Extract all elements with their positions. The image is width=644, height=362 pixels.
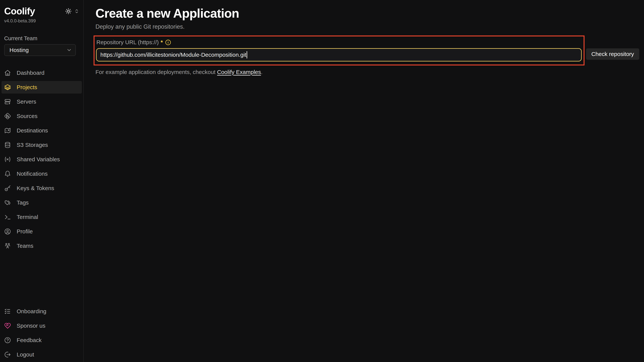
required-asterisk: * bbox=[160, 39, 163, 46]
sidebar-item-label: Keys & Tokens bbox=[17, 185, 54, 192]
chevrons-up-down-icon bbox=[74, 9, 79, 14]
bell-icon bbox=[4, 170, 11, 177]
logout-icon bbox=[4, 351, 11, 358]
checklist-icon bbox=[4, 308, 11, 315]
page-subtitle: Deploy any public Git repositories. bbox=[96, 23, 644, 30]
sidebar-nav: Dashboard Projects Servers Sources Desti… bbox=[2, 67, 82, 252]
sidebar-item-profile[interactable]: Profile bbox=[2, 225, 82, 238]
user-circle-icon bbox=[4, 228, 11, 235]
heart-handshake-icon bbox=[4, 322, 11, 329]
main-content: Create a new Application Deploy any publ… bbox=[84, 0, 644, 362]
chevron-down-icon bbox=[66, 47, 72, 53]
help-suffix: . bbox=[261, 69, 262, 75]
sidebar-item-label: Notifications bbox=[17, 170, 48, 177]
sidebar-item-logout[interactable]: Logout bbox=[2, 348, 82, 361]
coolify-examples-link[interactable]: Coolify Examples bbox=[217, 69, 261, 75]
sidebar-item-label: S3 Storages bbox=[17, 142, 48, 148]
server-bolt-icon bbox=[4, 98, 11, 105]
sidebar-item-shared-variables[interactable]: Shared Variables bbox=[2, 153, 82, 166]
sidebar-footer-nav: Onboarding Sponsor us Feedback Logout bbox=[2, 305, 82, 361]
sidebar-item-sponsor-us[interactable]: Sponsor us bbox=[2, 319, 82, 332]
sidebar-collapse-button[interactable] bbox=[74, 9, 79, 14]
text-cursor bbox=[246, 51, 247, 58]
key-icon bbox=[4, 185, 11, 192]
help-prefix: For example application deployments, che… bbox=[96, 69, 217, 75]
sidebar-item-s3-storages[interactable]: S3 Storages bbox=[2, 139, 82, 151]
repository-url-label: Repository URL (https://) bbox=[96, 39, 159, 46]
git-icon bbox=[4, 113, 11, 119]
layers-icon bbox=[4, 84, 11, 91]
sidebar-item-terminal[interactable]: Terminal bbox=[2, 211, 82, 223]
sidebar-item-tags[interactable]: Tags bbox=[2, 196, 82, 209]
sidebar-item-label: Projects bbox=[17, 84, 37, 91]
sidebar-item-label: Logout bbox=[17, 351, 34, 358]
info-icon[interactable] bbox=[165, 40, 171, 45]
sidebar-item-label: Profile bbox=[17, 228, 33, 235]
sidebar-item-destinations[interactable]: Destinations bbox=[2, 124, 82, 137]
sidebar-header: Coolify v4.0.0-beta.399 Current Team Hos… bbox=[0, 0, 83, 56]
sidebar-item-servers[interactable]: Servers bbox=[2, 95, 82, 108]
sidebar-item-label: Onboarding bbox=[17, 308, 46, 315]
repository-url-input[interactable]: https://github.com/illicitestonion/Modul… bbox=[96, 48, 582, 62]
sidebar-item-label: Teams bbox=[17, 243, 33, 249]
sidebar-item-label: Sponsor us bbox=[17, 322, 46, 329]
sidebar-item-label: Sources bbox=[17, 113, 38, 119]
theme-toggle-button[interactable] bbox=[65, 8, 72, 15]
app-title: Coolify bbox=[4, 6, 35, 17]
help-circle-icon bbox=[4, 337, 11, 343]
check-repository-button[interactable]: Check repository bbox=[586, 48, 639, 60]
team-select[interactable]: Hosting bbox=[4, 44, 76, 56]
sidebar-item-onboarding[interactable]: Onboarding bbox=[2, 305, 82, 318]
sidebar-item-sources[interactable]: Sources bbox=[2, 110, 82, 122]
tags-icon bbox=[4, 199, 11, 206]
sidebar-item-feedback[interactable]: Feedback bbox=[2, 334, 82, 346]
variable-icon bbox=[4, 156, 11, 163]
sidebar-item-notifications[interactable]: Notifications bbox=[2, 167, 82, 180]
page-title: Create a new Application bbox=[96, 7, 644, 20]
home-icon bbox=[4, 69, 11, 76]
sidebar-item-label: Destinations bbox=[17, 127, 48, 134]
app-version: v4.0.0-beta.399 bbox=[4, 18, 79, 24]
map-icon bbox=[4, 127, 11, 134]
sidebar-item-teams[interactable]: Teams bbox=[2, 240, 82, 252]
sidebar-item-dashboard[interactable]: Dashboard bbox=[2, 67, 82, 79]
terminal-icon bbox=[4, 214, 11, 221]
sidebar: Coolify v4.0.0-beta.399 Current Team Hos… bbox=[0, 0, 84, 362]
users-icon bbox=[4, 243, 11, 249]
sidebar-item-label: Terminal bbox=[17, 214, 38, 220]
sidebar-item-projects[interactable]: Projects bbox=[2, 81, 82, 94]
current-team-label: Current Team bbox=[4, 35, 79, 42]
repository-url-value: https://github.com/illicitestonion/Modul… bbox=[100, 52, 246, 58]
help-text: For example application deployments, che… bbox=[96, 69, 644, 75]
sidebar-item-keys-tokens[interactable]: Keys & Tokens bbox=[2, 182, 82, 195]
sidebar-item-label: Servers bbox=[17, 98, 36, 105]
team-select-value: Hosting bbox=[10, 47, 29, 53]
sun-icon bbox=[65, 8, 72, 15]
sidebar-item-label: Feedback bbox=[17, 337, 42, 343]
sidebar-item-label: Dashboard bbox=[17, 70, 44, 76]
sidebar-item-label: Shared Variables bbox=[17, 156, 60, 162]
database-icon bbox=[4, 141, 11, 148]
sidebar-item-label: Tags bbox=[17, 200, 28, 206]
highlight-outline: Repository URL (https://) * https://gith… bbox=[94, 36, 584, 65]
